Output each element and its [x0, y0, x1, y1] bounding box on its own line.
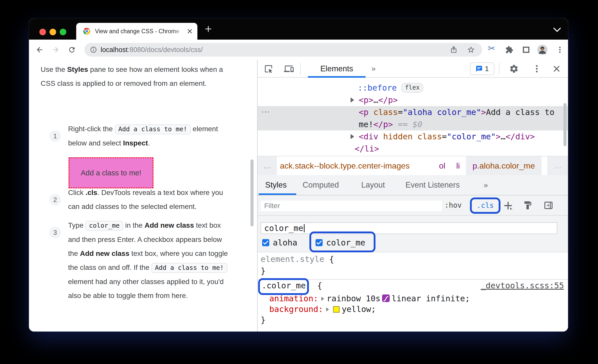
annotation-ring-cls: .cls [470, 197, 500, 214]
filter-input[interactable] [261, 201, 442, 211]
new-tab-button[interactable] [204, 24, 213, 35]
class-toggle-cls[interactable]: .cls [472, 199, 499, 212]
stylesheet-source-link[interactable]: _devtools.scss:55 [481, 281, 564, 290]
breadcrumb-item-selected[interactable]: p.aloha.color_me [466, 156, 542, 176]
demo-add-class-box[interactable]: Add a class to me! [69, 157, 153, 188]
console-messages-button[interactable]: 1 [470, 62, 494, 75]
tab-computed[interactable]: Computed [303, 175, 339, 195]
back-icon[interactable] [36, 46, 44, 54]
expand-value-arrow-icon[interactable] [326, 307, 329, 311]
step-3-text: Type color_me in the Add new class text … [68, 218, 233, 303]
dom-row-p-collapsed[interactable]: <p>…</p> [258, 94, 568, 106]
add-new-class-input[interactable]: color_me [261, 222, 557, 234]
styles-tab-underline [259, 193, 296, 195]
inspect-element-icon[interactable] [264, 64, 273, 75]
breadcrumb-item-li[interactable]: li [456, 156, 460, 176]
devtools-menu-kebab-icon[interactable] [532, 64, 542, 75]
screen-background: View and change CSS - Chrome [0, 0, 598, 364]
flex-badge[interactable]: flex [401, 83, 423, 93]
browser-window: View and change CSS - Chrome [29, 18, 568, 332]
color-swatch-yellow[interactable] [333, 306, 340, 313]
tab-search-chevron-icon[interactable] [553, 27, 561, 34]
traffic-zoom-button[interactable] [60, 29, 66, 35]
devtools-toolbar: Elements » 1 [258, 60, 568, 78]
devtools-close-icon[interactable] [552, 64, 561, 75]
step-number-badge: 2 [49, 194, 61, 206]
styles-filter-bar: :hov .cls [258, 195, 568, 216]
rule-element-style[interactable]: element.style { } [258, 252, 568, 280]
url-text[interactable]: localhost:8080/docs/devtools/css/ [101, 43, 203, 57]
tab-close-icon[interactable] [186, 28, 193, 36]
element-style-close-brace: } [261, 266, 265, 276]
dom-scrollbar-thumb[interactable] [563, 103, 566, 146]
rule-color-me[interactable]: .color_me { _devtools.scss:55 animation:… [258, 280, 568, 332]
doc-scrollbar-thumb[interactable] [250, 159, 254, 226]
class-editor-section: color_me aloha color_me [258, 216, 568, 252]
step-number-badge: 1 [49, 130, 61, 142]
expand-value-arrow-icon[interactable] [321, 297, 324, 301]
url-path: :8080/docs/devtools/css/ [128, 46, 203, 54]
breadcrumb-overflow-right[interactable]: … [547, 156, 568, 176]
reload-icon[interactable] [68, 46, 76, 54]
color-me-selector: .color_me [262, 281, 306, 290]
active-tab-underline [308, 76, 366, 78]
show-sidebar-panel-icon[interactable] [544, 201, 553, 211]
scissors-extension-icon[interactable]: ✂ [488, 43, 495, 54]
doc-content-pane: Use the Styles pane to see how an elemen… [29, 60, 257, 332]
paint-brush-icon[interactable] [523, 201, 532, 211]
color-me-close-brace: } [261, 315, 265, 325]
overflow-dots[interactable]: ⋯ [261, 106, 270, 118]
checkbox-aloha[interactable] [262, 239, 269, 246]
text-caret [304, 224, 305, 232]
pseudo-state-toggle[interactable]: :hov [445, 195, 462, 216]
tab-elements[interactable]: Elements [308, 60, 366, 78]
browser-tab[interactable]: View and change CSS - Chrome [76, 23, 197, 40]
forward-icon[interactable] [52, 46, 60, 54]
declaration-animation[interactable]: animation:rainbow 10slinear infinite; [269, 293, 470, 304]
dom-row-li-close[interactable]: </li> [258, 143, 568, 155]
dom-row-div-hidden[interactable]: <div hidden class="color_me">…</div> [258, 130, 568, 143]
extensions-puzzle-icon[interactable] [505, 46, 513, 54]
expand-arrow-icon[interactable] [351, 97, 354, 103]
toolbar-divider [300, 63, 301, 75]
checkbox-color-me[interactable] [316, 239, 323, 246]
traffic-close-button[interactable] [39, 29, 46, 35]
declaration-background[interactable]: background:yellow; [269, 304, 376, 315]
settings-gear-icon[interactable] [509, 64, 519, 75]
devtools-panel: Elements » 1 [257, 60, 568, 332]
more-sidebar-tabs-chevron[interactable]: » [484, 175, 488, 195]
chrome-favicon-icon [83, 27, 91, 35]
new-style-rule-plus-icon[interactable] [503, 201, 513, 212]
bezier-curve-icon[interactable] [382, 294, 390, 302]
dom-row-selected[interactable]: ⋯ <p class="aloha color_me">Add a class … [258, 106, 568, 130]
expand-arrow-icon[interactable] [351, 134, 354, 139]
checkbox-label-aloha[interactable]: aloha [273, 238, 297, 248]
site-info-icon[interactable] [90, 46, 97, 54]
styles-sidebar-tabs: Styles Computed Layout Event Listeners » [258, 175, 568, 195]
tab-strip: View and change CSS - Chrome [29, 18, 568, 40]
address-bar[interactable]: localhost:8080/docs/devtools/css/ [84, 43, 482, 57]
breadcrumb-item-stack[interactable]: ack.stack--block.type.center-images [280, 156, 410, 176]
chat-bubble-icon [476, 65, 483, 72]
dom-row-pseudo-before[interactable]: ::before flex [258, 82, 568, 94]
step-1-text: Right-click the Add a class to me! eleme… [68, 122, 231, 150]
checkbox-label-color-me[interactable]: color_me [326, 238, 365, 248]
open-brace: { [317, 281, 322, 290]
breadcrumb-item-ol[interactable]: ol [439, 156, 445, 176]
side-panel-icon[interactable] [522, 46, 530, 54]
toolbar-divider [499, 63, 499, 75]
device-toolbar-icon[interactable] [284, 64, 294, 75]
share-icon[interactable] [450, 46, 458, 54]
profile-avatar[interactable] [537, 45, 547, 56]
breadcrumb-overflow-left[interactable]: … [258, 156, 277, 176]
traffic-minimize-button[interactable] [50, 29, 56, 35]
doc-intro-paragraph: Use the Styles pane to see how an elemen… [41, 62, 230, 90]
tab-event-listeners[interactable]: Event Listeners [405, 175, 460, 195]
tab-styles[interactable]: Styles [265, 175, 287, 195]
add-new-class-value: color_me [264, 223, 303, 233]
tab-layout[interactable]: Layout [361, 175, 385, 195]
more-panels-chevron[interactable]: » [371, 60, 376, 78]
bookmark-star-icon[interactable] [467, 46, 475, 54]
messages-count: 1 [485, 65, 489, 73]
browser-menu-kebab-icon[interactable] [556, 46, 564, 54]
